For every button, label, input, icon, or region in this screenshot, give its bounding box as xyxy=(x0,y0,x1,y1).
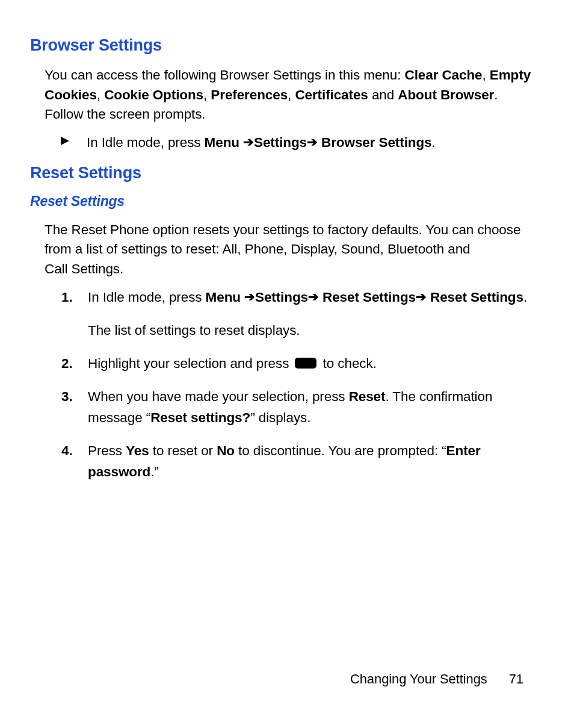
arrow-icon: ➔ xyxy=(244,287,255,307)
text: , xyxy=(203,87,211,102)
subheading-reset-settings: Reset Settings xyxy=(30,193,532,210)
text: , xyxy=(288,87,295,102)
bold-yes: Yes xyxy=(126,443,149,458)
bold-settings: Settings xyxy=(255,290,308,305)
bold-reset: Reset xyxy=(349,389,386,404)
heading-browser-settings: Browser Settings xyxy=(30,36,532,55)
bold-reset-settings-question: Reset settings? xyxy=(150,410,250,425)
text: ” displays. xyxy=(250,410,310,425)
bold-menu: Menu xyxy=(205,135,244,150)
bold-reset-settings: Reset Settings xyxy=(322,290,416,305)
triangle-bullet-icon xyxy=(60,136,70,148)
svg-marker-0 xyxy=(61,137,69,145)
step-number: 2. xyxy=(61,353,73,375)
bold-clear-cache: Clear Cache xyxy=(405,67,483,82)
bold-certificates: Certificates xyxy=(295,87,368,102)
text: In Idle mode, press xyxy=(87,135,205,150)
step-3: 3. When you have made your selection, pr… xyxy=(61,387,532,429)
footer-page-number: 71 xyxy=(509,671,523,686)
text: to reset or xyxy=(149,443,217,458)
text: Highlight your selection and press xyxy=(88,356,292,371)
text: .” xyxy=(150,464,159,479)
browser-settings-intro: You can access the following Browser Set… xyxy=(45,66,532,125)
text: , xyxy=(482,67,489,82)
text: , xyxy=(97,87,104,102)
step-number: 4. xyxy=(61,441,73,462)
step-number: 1. xyxy=(61,287,73,308)
bold-reset-settings: Reset Settings xyxy=(430,290,523,305)
text: and xyxy=(368,87,398,102)
text: . xyxy=(523,290,527,305)
bullet-text: In Idle mode, press Menu ➔ Settings ➔ Br… xyxy=(87,133,436,153)
arrow-icon: ➔ xyxy=(243,133,254,151)
footer-chapter: Changing Your Settings xyxy=(350,671,487,686)
text: . xyxy=(432,135,436,150)
arrow-icon: ➔ xyxy=(307,133,318,151)
bold-preferences: Preferences xyxy=(211,87,288,102)
bold-menu: Menu xyxy=(206,290,245,305)
page-footer: Changing Your Settings 71 xyxy=(350,671,523,687)
bold-about-browser: About Browser xyxy=(398,87,494,102)
step-1-subtext: The list of settings to reset displays. xyxy=(88,320,532,341)
text: to check. xyxy=(319,356,376,371)
bold-cookie-options: Cookie Options xyxy=(104,87,203,102)
arrow-icon: ➔ xyxy=(308,287,319,307)
step-4: 4. Press Yes to reset or No to discontin… xyxy=(61,441,532,483)
step-1: 1. In Idle mode, press Menu ➔ Settings ➔… xyxy=(61,287,532,341)
arrow-icon: ➔ xyxy=(416,287,427,307)
text: You can access the following Browser Set… xyxy=(45,67,405,82)
bullet-item: In Idle mode, press Menu ➔ Settings ➔ Br… xyxy=(60,133,532,153)
ok-key-icon xyxy=(295,358,316,369)
heading-reset-settings: Reset Settings xyxy=(30,164,532,182)
steps-list: 1. In Idle mode, press Menu ➔ Settings ➔… xyxy=(61,287,532,482)
bold-no: No xyxy=(217,443,235,458)
reset-settings-intro: The Reset Phone option resets your setti… xyxy=(45,220,532,279)
text: to discontinue. You are prompted: “ xyxy=(235,443,446,458)
step-2: 2. Highlight your selection and press to… xyxy=(61,353,532,375)
bold-browser-settings: Browser Settings xyxy=(321,135,431,150)
text: In Idle mode, press xyxy=(88,290,206,305)
text: Press xyxy=(88,443,126,458)
bold-settings: Settings xyxy=(254,135,307,150)
step-number: 3. xyxy=(61,387,73,408)
text: When you have made your selection, press xyxy=(88,389,349,404)
